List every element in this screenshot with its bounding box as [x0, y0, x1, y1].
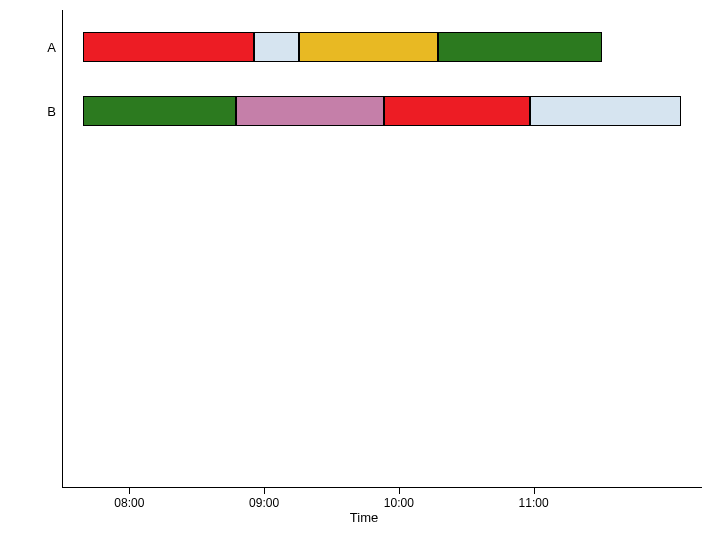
timeline-segment: [83, 96, 236, 126]
x-tick: [264, 488, 265, 494]
plot-area: [62, 10, 702, 488]
x-axis-tick-label: 08:00: [114, 496, 144, 510]
timeline-segment: [299, 32, 438, 62]
timeline-segment: [530, 96, 680, 126]
x-tick: [399, 488, 400, 494]
timeline-segment: [384, 96, 530, 126]
gantt-chart: AB08:0009:0010:0011:00Time: [20, 10, 708, 520]
timeline-row: [63, 96, 702, 126]
x-axis-title: Time: [350, 510, 378, 525]
x-tick: [534, 488, 535, 494]
timeline-segment: [236, 96, 384, 126]
x-axis-tick-label: 10:00: [384, 496, 414, 510]
timeline-segment: [438, 32, 602, 62]
y-axis-label: B: [20, 104, 56, 119]
timeline-segment: [254, 32, 299, 62]
timeline-segment: [83, 32, 254, 62]
x-axis-tick-label: 09:00: [249, 496, 279, 510]
x-axis-tick-label: 11:00: [519, 496, 549, 510]
y-axis-label: A: [20, 40, 56, 55]
timeline-row: [63, 32, 702, 62]
x-tick: [129, 488, 130, 494]
